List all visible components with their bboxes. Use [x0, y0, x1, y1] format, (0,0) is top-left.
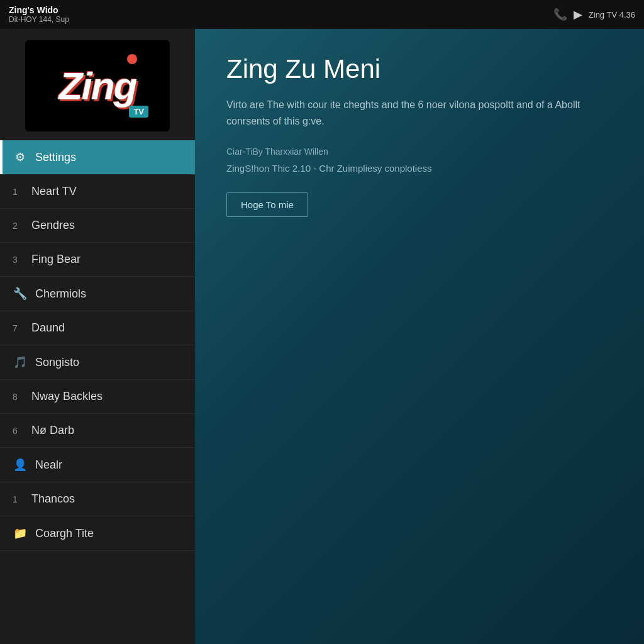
nav-number: 1: [13, 187, 24, 197]
action-button[interactable]: Hoge To mie: [226, 192, 308, 217]
sidebar-item-settings[interactable]: ⚙ Settings: [0, 140, 195, 175]
sidebar-item-label: Nealr: [35, 458, 62, 472]
sidebar-item-label: Coargh Tite: [35, 527, 94, 540]
sidebar-item-label: Daund: [31, 321, 65, 335]
sidebar-item-nealr[interactable]: 👤 Nealr: [0, 448, 195, 482]
sidebar-nav: ⚙ Settings 1 Neart TV 2 Gendres 3 Fing B…: [0, 140, 195, 644]
sidebar-item-label: Nway Backles: [31, 390, 103, 403]
nav-number: 7: [13, 323, 24, 333]
songisto-icon: 🎵: [13, 355, 28, 369]
main-layout: Zing TV ⚙ Settings 1 Neart TV 2 Gendres …: [0, 29, 644, 644]
sidebar-item-label: Fing Bear: [31, 253, 80, 266]
chermiols-icon: 🔧: [13, 287, 28, 301]
sidebar-item-daund[interactable]: 7 Daund: [0, 311, 195, 345]
top-bar: Zing's Wido Dit-HOY 144, Sup 📞 ▶ Zing TV…: [0, 0, 644, 29]
version-label: Zing TV 4.36: [589, 10, 635, 19]
logo-tv-badge: TV: [129, 106, 148, 118]
sidebar-item-chermiols[interactable]: 🔧 Chermiols: [0, 277, 195, 311]
sidebar-item-no-darb[interactable]: 6 Nø Darb: [0, 414, 195, 448]
nav-number: 2: [13, 221, 24, 231]
nealr-icon: 👤: [13, 458, 28, 472]
sidebar-item-label: Settings: [35, 151, 76, 164]
nav-number: 6: [13, 426, 24, 436]
content-area: Zing Zu Meni Virto are The with cour ite…: [195, 29, 644, 644]
sidebar-item-thancos[interactable]: 1 Thancos: [0, 482, 195, 516]
sidebar-item-coargh-tite[interactable]: 📁 Coargh Tite: [0, 516, 195, 551]
sidebar-item-label: Chermiols: [35, 287, 86, 301]
sidebar: Zing TV ⚙ Settings 1 Neart TV 2 Gendres …: [0, 29, 195, 644]
sidebar-item-fing-bear[interactable]: 3 Fing Bear: [0, 243, 195, 277]
content-description: Virto are The with cour ite cheghts and …: [226, 97, 613, 129]
app-title: Zing's Wido: [9, 5, 69, 15]
sidebar-item-nway-backles[interactable]: 8 Nway Backles: [0, 380, 195, 414]
sidebar-item-gendres[interactable]: 2 Gendres: [0, 209, 195, 243]
content-meta1: Ciar-TiBy Tharxxiar Willen: [226, 147, 613, 157]
content-title: Zing Zu Meni: [226, 54, 613, 84]
content-meta2: ZingS!hon Thic 2.10 - Chr Zuimpliesy con…: [226, 163, 613, 174]
sidebar-item-label: Nø Darb: [31, 424, 74, 437]
top-bar-right: 📞 ▶ Zing TV 4.36: [553, 8, 635, 21]
app-subtitle: Dit-HOY 144, Sup: [9, 15, 69, 24]
sidebar-item-songisto[interactable]: 🎵 Songisto: [0, 345, 195, 380]
sidebar-item-label: Neart TV: [31, 185, 77, 198]
nav-number: 3: [13, 255, 24, 265]
logo-dot: [127, 54, 137, 64]
sidebar-item-neart-tv[interactable]: 1 Neart TV: [0, 175, 195, 209]
forward-icon[interactable]: ▶: [574, 8, 582, 21]
nav-number: 8: [13, 392, 24, 402]
coargh-tite-icon: 📁: [13, 526, 28, 540]
sidebar-item-label: Songisto: [35, 356, 79, 369]
settings-icon: ⚙: [13, 150, 28, 164]
nav-number: 1: [13, 494, 24, 504]
sidebar-item-label: Gendres: [31, 219, 75, 232]
logo-box: Zing TV: [25, 40, 170, 131]
top-bar-left: Zing's Wido Dit-HOY 144, Sup: [9, 5, 69, 24]
sidebar-logo: Zing TV: [0, 29, 195, 140]
phone-icon[interactable]: 📞: [553, 8, 567, 21]
logo-zing-text: Zing: [59, 67, 136, 106]
sidebar-item-label: Thancos: [31, 492, 75, 506]
